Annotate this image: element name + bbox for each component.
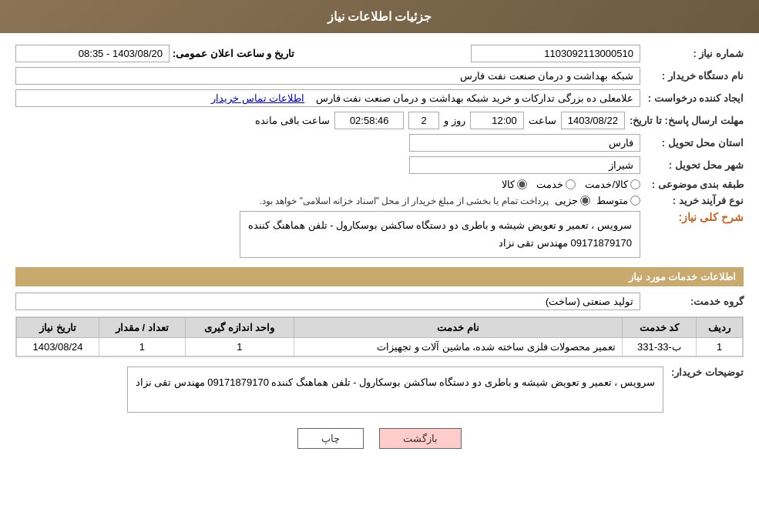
label-kala-khedmat: کالا/خدمت [585,179,628,190]
row-requester: ایجاد کننده درخواست : علامعلی ده بزرگی ت… [15,89,744,107]
label-announce: تاریخ و ساعت اعلان عمومی: [173,48,294,59]
label-jozi: جزیی [555,195,578,206]
value-deadline-time: 12:00 [470,112,524,129]
col-quantity: تعداد / مقدار [99,317,185,337]
col-code: کد خدمت [622,317,696,337]
value-days: 2 [408,112,439,129]
main-content: شماره نیاز : 1103092113000510 تاریخ و سا… [0,33,759,468]
footer-buttons: بازگشت چاپ [15,428,744,449]
label-city: شهر محل تحویل : [643,159,744,171]
page-header: جزئیات اطلاعات نیاز [0,0,759,33]
label-category: طبقه بندی موضوعی : [643,179,744,190]
label-process: نوع فرآیند خرید : [643,195,744,206]
radio-khedmat-input[interactable] [566,179,576,189]
row-process: نوع فرآیند خرید : متوسط جزیی پرداخت تمام… [15,195,744,206]
label-kala: کالا [502,179,515,190]
radio-kala: کالا [502,179,527,190]
label-deadline: مهلت ارسال پاسخ: تا تاریخ: [630,115,744,126]
value-service-group: تولید صنعتی (ساخت) [15,293,640,310]
value-buyer-org: شبکه بهداشت و درمان صنعت نفت فارس [15,67,640,85]
label-service-group: گروه خدمت: [643,296,744,307]
label-general-desc: شرح کلی نیاز: [643,211,744,223]
label-request-number: شماره نیاز : [643,48,744,59]
value-general-desc: سرویس ، تعمیر و تعویض شیشه و باطری دو دس… [240,211,640,258]
radio-kala-khedmat: کالا/خدمت [585,179,640,190]
label-buyer-notes: توضیحات خریدار: [667,363,744,378]
label-requester: ایجاد کننده درخواست : [643,92,744,104]
radio-khedmat: خدمت [536,179,576,190]
services-table: ردیف کد خدمت نام خدمت واحد اندازه گیری ت… [16,317,743,356]
value-remaining: 02:58:46 [334,112,404,129]
label-deadline-time: ساعت [529,115,556,126]
col-row: ردیف [697,317,743,337]
radio-kala-input[interactable] [517,179,527,189]
label-remaining: ساعت باقی مانده [255,115,330,126]
value-deadline-date: 1403/08/22 [561,112,625,129]
label-khedmat: خدمت [536,179,563,190]
value-buyer-notes: سرویس ، تعمیر و تعویض شیشه و باطری دو دس… [127,366,664,413]
radio-kala-khedmat-input[interactable] [630,179,640,189]
row-city: شهر محل تحویل : شیراز [15,156,744,174]
process-note: پرداخت تمام یا بخشی از مبلغ خریدار از مح… [260,196,549,206]
label-motevaset: متوسط [596,195,628,206]
row-category: طبقه بندی موضوعی : کالا/خدمت خدمت کالا [15,179,744,190]
value-province: فارس [409,134,640,152]
process-options: متوسط جزیی پرداخت تمام یا بخشی از مبلغ خ… [260,195,640,206]
table-row: 1 ب-33-331 تعمیر محصولات فلزی ساخته شده،… [17,337,743,356]
col-name: نام خدمت [294,317,622,337]
radio-jozi: جزیی [555,195,590,206]
row-buyer-notes: توضیحات خریدار: سرویس ، تعمیر و تعویض شی… [15,363,744,413]
col-unit: واحد اندازه گیری [185,317,294,337]
requester-contact-link[interactable]: اطلاعات تماس خریدار [211,92,304,104]
value-city: شیراز [409,156,640,174]
row-province: استان محل تحویل : فارس [15,134,744,152]
row-service-group: گروه خدمت: تولید صنعتی (ساخت) [15,293,744,310]
cell-row: 1 [697,337,743,356]
cell-quantity: 1 [99,337,185,356]
row-buyer-org: نام دستگاه خریدار : شبکه بهداشت و درمان … [15,67,744,85]
row-deadline: مهلت ارسال پاسخ: تا تاریخ: 1403/08/22 سا… [15,112,744,129]
cell-code: ب-33-331 [622,337,696,356]
value-request-number: 1103092113000510 [471,45,640,62]
col-date: تاریخ نیاز [17,317,99,337]
label-buyer-org: نام دستگاه خریدار : [643,70,744,82]
back-button[interactable]: بازگشت [379,428,462,449]
row-general-desc: شرح کلی نیاز: سرویس ، تعمیر و تعویض شیشه… [15,211,744,258]
services-table-wrapper: ردیف کد خدمت نام خدمت واحد اندازه گیری ت… [15,316,744,357]
page-title: جزئیات اطلاعات نیاز [327,10,432,23]
page-wrapper: جزئیات اطلاعات نیاز شماره نیاز : 1103092… [0,0,759,532]
value-requester: علامعلی ده بزرگی تدارکات و خرید شبکه بهد… [15,89,640,107]
cell-unit: 1 [185,337,294,356]
label-days: روز و [444,115,465,126]
value-announce: 1403/08/20 - 08:35 [15,45,170,62]
radio-motevaset: متوسط [596,195,640,206]
section-service-info: اطلاعات خدمات مورد نیاز [15,267,744,286]
row-request-number: شماره نیاز : 1103092113000510 تاریخ و سا… [15,45,744,62]
cell-date: 1403/08/24 [17,337,99,356]
radio-motevaset-input[interactable] [630,196,640,206]
radio-jozi-input[interactable] [580,196,590,206]
label-province: استان محل تحویل : [643,137,744,149]
print-button[interactable]: چاپ [297,428,364,449]
cell-name: تعمیر محصولات فلزی ساخته شده، ماشین آلات… [294,337,622,356]
category-radio-group: کالا/خدمت خدمت کالا [502,179,640,190]
